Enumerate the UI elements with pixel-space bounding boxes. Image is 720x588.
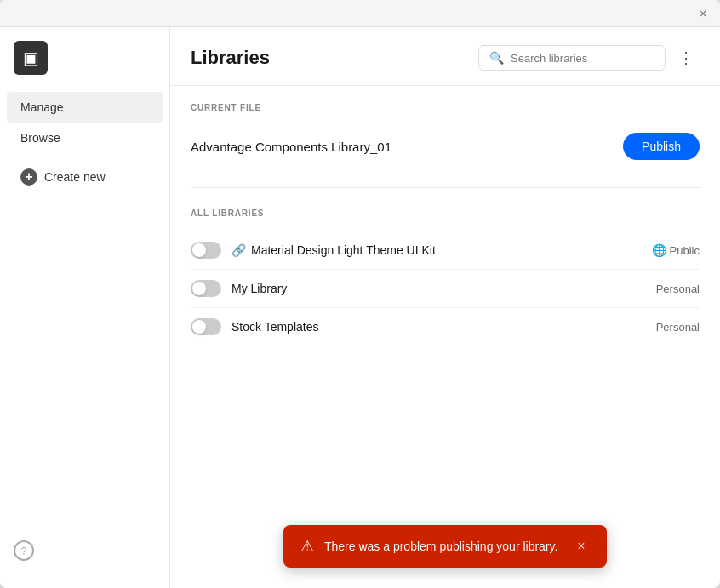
create-new-icon: + [20, 168, 37, 186]
current-file-row: Advantage Components Library_01 Publish [191, 126, 700, 167]
library-name-text-2: My Library [231, 282, 287, 295]
sidebar-nav: Manage Browse + Create new [0, 92, 169, 527]
current-file-label: CURRENT FILE [191, 103, 700, 112]
library-type-text-3: Personal [656, 321, 700, 334]
close-button[interactable]: × [694, 5, 711, 22]
current-file-name: Advantage Components Library_01 [191, 140, 391, 154]
all-libraries-label: ALL LIBRARIES [191, 208, 700, 218]
library-toggle-1[interactable] [191, 242, 221, 259]
app-logo-icon: ▣ [14, 41, 48, 75]
library-item: 🔗 Material Design Light Theme UI Kit 🌐 P… [191, 231, 700, 270]
header-actions: 🔍 ⋮ [478, 44, 700, 71]
toggle-thumb-3 [192, 320, 206, 334]
page-title: Libraries [191, 47, 270, 69]
library-name-2: My Library [231, 282, 646, 295]
sidebar-item-manage[interactable]: Manage [7, 92, 163, 123]
library-list: 🔗 Material Design Light Theme UI Kit 🌐 P… [191, 231, 700, 345]
library-type-2: Personal [656, 283, 700, 295]
toggle-thumb-2 [192, 282, 206, 295]
library-toggle-2[interactable] [191, 280, 221, 297]
content-header: Libraries 🔍 ⋮ [170, 27, 720, 86]
sidebar-logo: ▣ [0, 41, 169, 92]
more-options-button[interactable]: ⋮ [672, 44, 700, 71]
library-item: My Library Personal [191, 270, 700, 308]
content-body: CURRENT FILE Advantage Components Librar… [170, 86, 720, 588]
library-type-text-2: Personal [656, 283, 700, 295]
toast-warning-icon: ⚠ [300, 537, 314, 556]
library-type-text-1: Public [670, 244, 700, 257]
main-layout: ▣ Manage Browse + Create new ? Libraries [0, 27, 720, 588]
app-window: × ▣ Manage Browse + Create new ? [0, 0, 720, 588]
search-box: 🔍 [478, 45, 666, 71]
toast-message: There was a problem publishing your libr… [324, 539, 563, 553]
library-name-3: Stock Templates [231, 320, 646, 334]
link-icon-1: 🔗 [231, 243, 246, 257]
error-toast: ⚠ There was a problem publishing your li… [283, 525, 607, 568]
library-type-1: 🌐 Public [652, 243, 700, 257]
library-name-text-3: Stock Templates [231, 320, 318, 334]
sidebar-bottom: ? [0, 527, 169, 574]
library-type-3: Personal [656, 321, 700, 334]
sidebar: ▣ Manage Browse + Create new ? [0, 27, 170, 588]
library-name-text-1: Material Design Light Theme UI Kit [251, 243, 436, 257]
globe-icon-1: 🌐 [652, 243, 666, 257]
library-toggle-3[interactable] [191, 318, 221, 335]
main-content: Libraries 🔍 ⋮ CURRENT FILE Advantage Com… [170, 27, 720, 588]
title-bar: × [0, 0, 720, 27]
sidebar-item-browse[interactable]: Browse [7, 123, 163, 153]
create-new-label: Create new [44, 170, 106, 184]
toast-close-button[interactable]: × [573, 538, 590, 555]
library-item: Stock Templates Personal [191, 308, 700, 345]
search-icon: 🔍 [489, 51, 504, 65]
publish-button[interactable]: Publish [623, 133, 700, 160]
library-name-1: 🔗 Material Design Light Theme UI Kit [231, 243, 642, 257]
toggle-thumb-1 [192, 243, 206, 257]
create-new-button[interactable]: + Create new [7, 160, 163, 194]
help-icon[interactable]: ? [14, 540, 34, 561]
search-input[interactable] [511, 52, 654, 65]
all-libraries-section: ALL LIBRARIES 🔗 Material Design Light Th… [191, 208, 700, 345]
current-file-section: CURRENT FILE Advantage Components Librar… [191, 103, 700, 188]
